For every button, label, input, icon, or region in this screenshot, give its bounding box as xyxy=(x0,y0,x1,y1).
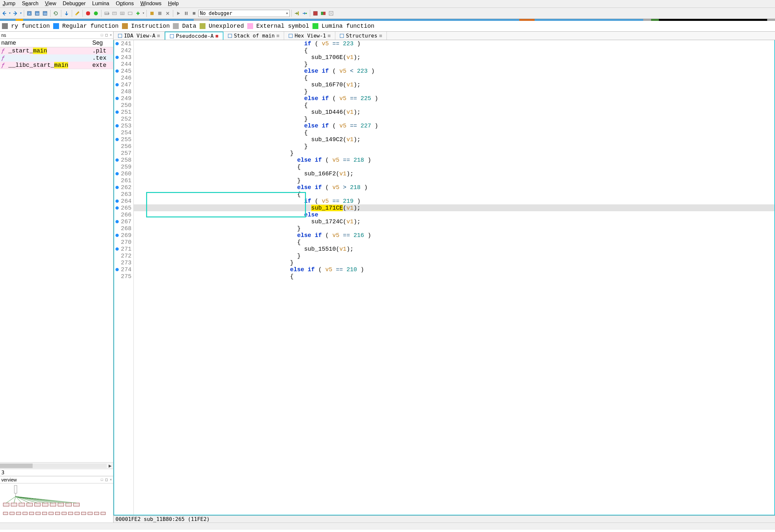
tb-win3-icon[interactable] xyxy=(327,10,335,17)
code-line[interactable]: else xyxy=(134,211,774,218)
menu-view[interactable]: View xyxy=(42,1,59,7)
code-line[interactable]: } xyxy=(134,88,774,95)
scroll-right-icon[interactable]: ▶ xyxy=(107,464,113,468)
code-line[interactable]: sub_16F70(v1); xyxy=(134,81,774,88)
breakpoint-icon[interactable] xyxy=(115,111,119,114)
gutter-line[interactable]: 264 xyxy=(114,198,133,204)
code-line[interactable]: { xyxy=(134,163,774,170)
code-line[interactable]: if ( v5 == 223 ) xyxy=(134,40,774,47)
breakpoint-icon[interactable] xyxy=(115,42,119,45)
tb-step2-icon[interactable] xyxy=(301,10,308,17)
tab-close-icon[interactable] xyxy=(379,35,382,37)
gutter-line[interactable]: 248 xyxy=(114,88,133,95)
gutter-line[interactable]: 253 xyxy=(114,122,133,129)
gutter-line[interactable]: 246 xyxy=(114,74,133,81)
code-line[interactable]: if ( v5 == 219 ) xyxy=(134,198,774,204)
code-line[interactable]: { xyxy=(134,191,774,198)
gutter-line[interactable]: 243 xyxy=(114,54,133,61)
breakpoint-icon[interactable] xyxy=(115,138,119,141)
tb-pause-icon[interactable] xyxy=(183,10,190,17)
code-line[interactable]: { xyxy=(134,273,774,280)
tb-tag1-icon[interactable] xyxy=(148,10,156,17)
code-line[interactable]: { xyxy=(134,239,774,245)
tab-close-icon[interactable] xyxy=(157,35,160,37)
function-row[interactable]: ƒ _start_main.plt xyxy=(0,47,113,54)
gutter-line[interactable]: 271 xyxy=(114,245,133,252)
gutter-line[interactable]: 244 xyxy=(114,61,133,67)
code-line[interactable]: sub_166F2(v1); xyxy=(134,170,774,177)
code-line[interactable]: sub_1724C(v1); xyxy=(134,218,774,225)
gutter-line[interactable]: 250 xyxy=(114,102,133,109)
gutter-line[interactable]: 263 xyxy=(114,191,133,198)
panel-min-icon[interactable]: □ xyxy=(101,33,103,37)
tb-code3-icon[interactable] xyxy=(119,10,126,17)
breakpoint-icon[interactable] xyxy=(115,172,119,175)
tab-ida-view-a[interactable]: IDA View-A xyxy=(113,32,165,40)
scroll-thumb[interactable] xyxy=(0,464,33,468)
gutter-line[interactable]: 249 xyxy=(114,95,133,102)
tb-refresh-icon[interactable] xyxy=(52,10,59,17)
colorbar-seg[interactable] xyxy=(23,19,194,21)
code-line[interactable]: } xyxy=(134,143,774,150)
gutter-line[interactable]: 262 xyxy=(114,184,133,191)
gutter-line[interactable]: 259 xyxy=(114,163,133,170)
gutter-line[interactable]: 270 xyxy=(114,239,133,245)
tb-go-icon[interactable] xyxy=(92,10,99,17)
tb-code1-icon[interactable]: code xyxy=(103,10,110,17)
gutter-line[interactable]: 266 xyxy=(114,211,133,218)
tb-close-x-icon[interactable] xyxy=(164,10,171,17)
gutter-line[interactable]: 274 xyxy=(114,266,133,273)
gutter-line[interactable]: 241 xyxy=(114,40,133,47)
gutter-line[interactable]: 245 xyxy=(114,67,133,74)
gutter-line[interactable]: 255 xyxy=(114,136,133,143)
code-line[interactable]: { xyxy=(134,102,774,109)
tb-btn-2[interactable]: Ab xyxy=(34,10,41,17)
code-line[interactable]: sub_1D446(v1); xyxy=(134,109,774,115)
breakpoint-icon[interactable] xyxy=(115,186,119,189)
gutter-line[interactable]: 275 xyxy=(114,273,133,280)
colorbar-seg[interactable] xyxy=(535,19,643,21)
gutter-line[interactable]: 272 xyxy=(114,252,133,259)
breakpoint-icon[interactable] xyxy=(115,199,119,203)
debugger-select[interactable]: No debugger ▼ xyxy=(198,10,290,17)
breakpoint-icon[interactable] xyxy=(115,69,119,73)
tb-btn-3[interactable]: 101 xyxy=(41,10,49,17)
menu-help[interactable]: Help xyxy=(165,1,181,7)
breakpoint-icon[interactable] xyxy=(115,158,119,162)
tb-stop2-icon[interactable] xyxy=(190,10,198,17)
tb-run-icon[interactable] xyxy=(175,10,182,17)
tab-structures[interactable]: Structures xyxy=(335,32,386,40)
gutter-line[interactable]: 273 xyxy=(114,259,133,266)
code-area[interactable]: if ( v5 == 223 ) { sub_1706E(v1); } xyxy=(134,40,774,515)
code-line[interactable]: sub_15510(v1); xyxy=(134,245,774,252)
tb-code2-icon[interactable] xyxy=(111,10,118,17)
code-line[interactable]: { xyxy=(134,129,774,136)
menu-debugger[interactable]: Debugger xyxy=(60,1,88,7)
breakpoint-icon[interactable] xyxy=(115,268,119,271)
tb-tag2-icon[interactable] xyxy=(156,10,163,17)
gutter-line[interactable]: 252 xyxy=(114,115,133,122)
overview-graph[interactable] xyxy=(0,483,113,523)
col-seg[interactable]: Seg xyxy=(92,39,112,46)
colorbar-seg[interactable] xyxy=(643,19,651,21)
code-line[interactable]: } xyxy=(134,61,774,67)
panel-pin-icon[interactable]: ◻ xyxy=(105,33,108,37)
gutter-line[interactable]: 261 xyxy=(114,177,133,184)
code-line[interactable]: } xyxy=(134,259,774,266)
tab-close-icon[interactable] xyxy=(216,35,218,37)
code-line[interactable]: else if ( v5 == 210 ) xyxy=(134,266,774,273)
gutter-line[interactable]: 260 xyxy=(114,170,133,177)
code-line[interactable]: } xyxy=(134,225,774,232)
code-line[interactable]: else if ( v5 > 218 ) xyxy=(134,184,774,191)
panel-close-icon[interactable]: × xyxy=(110,33,112,37)
code-line[interactable]: sub_149C2(v1); xyxy=(134,136,774,143)
code-line[interactable]: else if ( v5 < 223 ) xyxy=(134,67,774,74)
panel-pin-icon[interactable]: ◻ xyxy=(105,478,108,482)
gutter-line[interactable]: 242 xyxy=(114,47,133,54)
tb-win2-icon[interactable] xyxy=(320,10,327,17)
functions-filter[interactable]: 3 xyxy=(0,469,113,476)
colorbar-seg[interactable] xyxy=(194,19,209,21)
gutter-line[interactable]: 269 xyxy=(114,232,133,239)
function-row[interactable]: ƒ __libc_start_mainexte xyxy=(0,62,113,69)
menu-lumina[interactable]: Lumina xyxy=(90,1,112,7)
